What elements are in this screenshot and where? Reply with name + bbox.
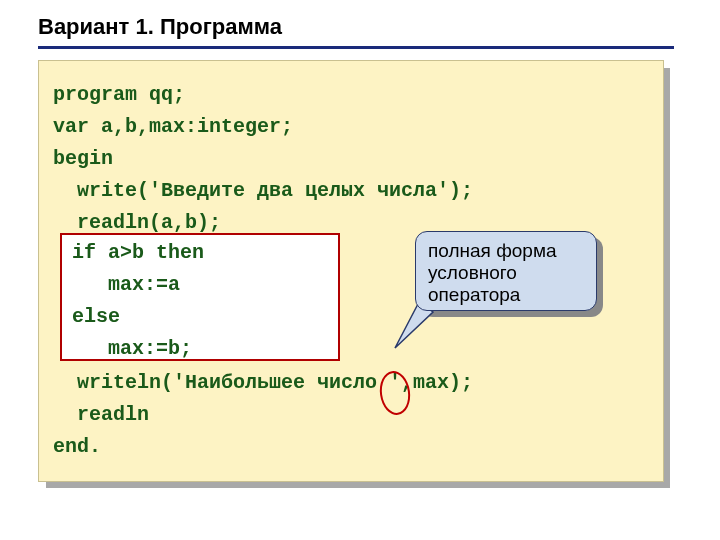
code-line: program qq; xyxy=(53,83,185,106)
code-line: readln xyxy=(53,403,149,426)
code-line: begin xyxy=(53,147,113,170)
code-line: readln(a,b); xyxy=(53,211,221,234)
title-underline xyxy=(38,46,674,49)
highlight-code: if a>b then max:=a else max:=b; xyxy=(72,237,204,365)
highlight-line: max:=a xyxy=(72,273,180,296)
code-line: end. xyxy=(53,435,101,458)
highlight-line: max:=b; xyxy=(72,337,192,360)
highlight-box: if a>b then max:=a else max:=b; xyxy=(60,233,340,361)
code-line: write('Введите два целых числа'); xyxy=(53,179,473,202)
highlight-line: else xyxy=(72,305,120,328)
page-title: Вариант 1. Программа xyxy=(38,14,282,40)
highlight-line: if a>b then xyxy=(72,241,204,264)
code-line: writeln('Наибольшее число ',max); xyxy=(53,371,473,394)
code-line: var a,b,max:integer; xyxy=(53,115,293,138)
callout-bubble: полная форма условного оператора xyxy=(415,231,597,311)
